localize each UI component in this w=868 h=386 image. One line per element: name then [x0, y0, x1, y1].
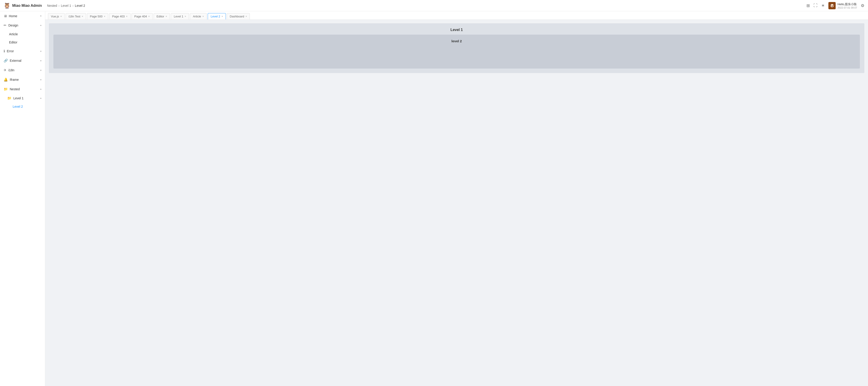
logo-area: 🦉 Miao Miao Admin: [4, 2, 44, 9]
i18n-arrow: ▾: [40, 69, 41, 71]
header: 🦉 Miao Miao Admin Nested › Level 1 › Lev…: [0, 0, 868, 11]
header-right: ⊞ ⛶ ☀ 🐶 Hello,股东小陈 2022-07-01 09:07 ⚙: [806, 2, 864, 9]
tab-close-level1[interactable]: ×: [185, 15, 186, 18]
tab-close-page403[interactable]: ×: [126, 15, 127, 18]
fullscreen-icon[interactable]: ⛶: [813, 3, 817, 8]
sidebar-label-external: External: [10, 59, 21, 62]
user-area: 🐶 Hello,股东小陈 2022-07-01 09:07: [828, 2, 857, 9]
level1-box: Level 1 level 2: [49, 23, 864, 73]
breadcrumb-level1[interactable]: Level 1: [61, 4, 71, 7]
error-icon: ℹ: [4, 49, 5, 53]
tab-i18ntest[interactable]: i18n Test×: [66, 13, 86, 20]
sidebar-label-nested: Nested: [10, 87, 20, 91]
sidebar-item-i18n[interactable]: ✈ i18n ▾: [0, 65, 45, 75]
sidebar-item-iframe[interactable]: 🔔 Iframe ▾: [0, 75, 45, 85]
level2-title: level 2: [58, 39, 855, 43]
tab-label-page500: Page 500: [90, 15, 102, 18]
tab-close-editor[interactable]: ×: [166, 15, 167, 18]
tab-label-editor: Editor: [157, 15, 164, 18]
home-arrow: ▾: [40, 15, 41, 17]
iframe-icon: 🔔: [4, 77, 8, 82]
sidebar-label-i18n: i18n: [8, 68, 14, 72]
design-arrow: ▾: [40, 24, 41, 27]
layout: 🖥 Home ▾ ✏ Design ▾ Article Editor ℹ Err…: [0, 11, 868, 386]
sidebar-item-error[interactable]: ℹ Error ▾: [0, 46, 45, 56]
breadcrumb-nested[interactable]: Nested: [47, 4, 57, 7]
tab-dashboard[interactable]: Dashboard×: [227, 13, 250, 20]
sidebar-label-design: Design: [8, 24, 18, 27]
sidebar-item-editor[interactable]: Editor: [0, 38, 45, 46]
logo-icon: 🦉: [4, 2, 10, 9]
level1-folder-icon: 📁: [7, 96, 11, 100]
sidebar-label-error: Error: [7, 49, 14, 53]
app-title: Miao Miao Admin: [12, 4, 42, 8]
tab-label-i18ntest: i18n Test: [68, 15, 80, 18]
tab-close-article[interactable]: ×: [203, 15, 204, 18]
avatar: 🐶: [828, 2, 836, 9]
level2-box: level 2: [53, 35, 860, 69]
user-greeting: Hello,股东小陈: [837, 2, 857, 6]
tab-label-article: Article: [193, 15, 201, 18]
settings-icon[interactable]: ☀: [821, 3, 825, 8]
breadcrumb: Nested › Level 1 › Level 2: [47, 4, 85, 7]
nested-icon: 📁: [4, 87, 8, 91]
tab-level1[interactable]: Level 1×: [171, 13, 189, 20]
tab-close-level2[interactable]: ×: [221, 15, 223, 18]
sidebar-item-level2[interactable]: Level 2: [0, 102, 45, 110]
main-content: Level 1 level 2: [45, 20, 868, 386]
home-icon: 🖥: [4, 14, 7, 18]
tab-label-page403: Page 403: [112, 15, 125, 18]
tab-label-level1: Level 1: [174, 15, 183, 18]
tab-close-i18ntest[interactable]: ×: [82, 15, 83, 18]
sidebar-label-home: Home: [9, 14, 17, 18]
tab-label-level2: Level 2: [211, 15, 220, 18]
header-left: 🦉 Miao Miao Admin Nested › Level 1 › Lev…: [4, 2, 85, 9]
breadcrumb-sep-2: ›: [72, 4, 73, 7]
tab-level2[interactable]: Level 2×: [208, 13, 226, 20]
tab-close-dashboard[interactable]: ×: [246, 15, 247, 18]
right-panel: Vue.js×i18n Test×Page 500×Page 403×Page …: [45, 11, 868, 386]
tab-label-vuejs: Vue.js: [51, 15, 59, 18]
external-icon: 🔗: [4, 59, 8, 63]
tab-article[interactable]: Article×: [190, 13, 207, 20]
sidebar-sub-nested: 📁 Level 1 ▾ Level 2: [0, 94, 45, 110]
tab-page403[interactable]: Page 403×: [109, 13, 130, 20]
i18n-icon: ✈: [4, 68, 6, 72]
sidebar-item-design[interactable]: ✏ Design ▾: [0, 21, 45, 30]
sidebar-label-level1: Level 1: [13, 96, 24, 100]
breadcrumb-sep-1: ›: [58, 4, 60, 7]
tab-editor[interactable]: Editor×: [154, 13, 170, 20]
user-datetime: 2022-07-01 09:07: [837, 6, 857, 9]
nested-arrow: ▾: [40, 88, 41, 91]
level1-arrow: ▾: [40, 97, 41, 100]
level1-title: Level 1: [53, 28, 860, 32]
gear-icon[interactable]: ⚙: [861, 3, 864, 8]
sidebar-item-article[interactable]: Article: [0, 30, 45, 38]
sidebar: 🖥 Home ▾ ✏ Design ▾ Article Editor ℹ Err…: [0, 11, 45, 386]
tab-page500[interactable]: Page 500×: [87, 13, 108, 20]
translate-icon[interactable]: ⊞: [806, 3, 810, 8]
iframe-arrow: ▾: [40, 78, 41, 81]
error-arrow: ▾: [40, 50, 41, 53]
external-arrow: ▾: [40, 60, 41, 62]
design-icon: ✏: [4, 23, 6, 27]
tab-close-page404[interactable]: ×: [148, 15, 150, 18]
sidebar-item-home[interactable]: 🖥 Home ▾: [0, 11, 45, 21]
content-area: Level 1 level 2: [45, 20, 868, 77]
sidebar-item-external[interactable]: 🔗 External ▾: [0, 56, 45, 65]
sidebar-item-level1[interactable]: 📁 Level 1 ▾: [0, 94, 45, 102]
tab-vuejs[interactable]: Vue.js×: [48, 13, 65, 20]
user-info: Hello,股东小陈 2022-07-01 09:07: [837, 2, 857, 9]
tab-label-page404: Page 404: [134, 15, 147, 18]
tab-close-page500[interactable]: ×: [104, 15, 105, 18]
sidebar-item-nested[interactable]: 📁 Nested ▾: [0, 85, 45, 94]
tabs-bar: Vue.js×i18n Test×Page 500×Page 403×Page …: [45, 11, 868, 20]
tab-close-vuejs[interactable]: ×: [60, 15, 62, 18]
tab-label-dashboard: Dashboard: [230, 15, 244, 18]
sidebar-sub-design: Article Editor: [0, 30, 45, 46]
tab-page404[interactable]: Page 404×: [131, 13, 153, 20]
sidebar-label-iframe: Iframe: [10, 78, 19, 82]
breadcrumb-level2: Level 2: [75, 4, 85, 7]
